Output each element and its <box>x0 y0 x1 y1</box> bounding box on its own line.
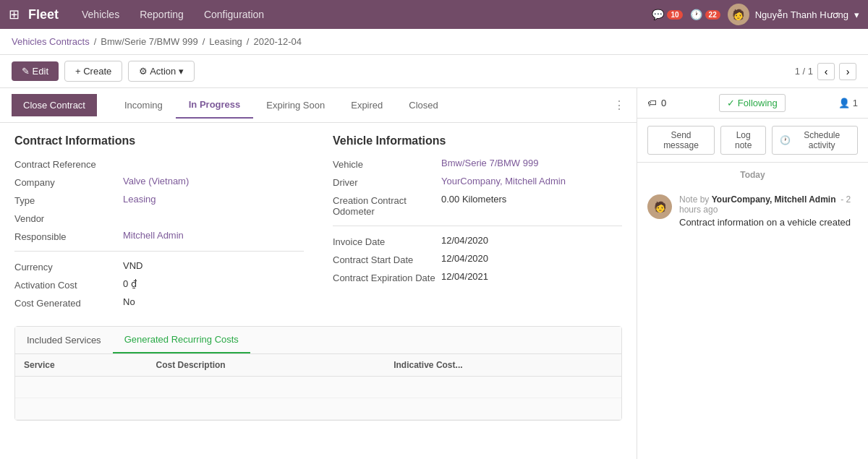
right-panel: 🏷 0 ✓ Following 👤 1 Send message Log not… <box>637 88 868 459</box>
invoice-date-value: 12/04/2020 <box>441 235 622 246</box>
schedule-icon: 🕐 <box>780 135 791 145</box>
tab-included-services[interactable]: Included Services <box>15 327 113 353</box>
type-value[interactable]: Leasing <box>123 194 304 205</box>
field-company: Company Valve (Vietnam) <box>14 176 304 188</box>
content-area: Close Contract Incoming In Progress Expi… <box>0 88 637 459</box>
edit-button[interactable]: ✎ Edit <box>12 61 59 81</box>
field-type: Type Leasing <box>14 194 304 206</box>
tab-incoming[interactable]: Incoming <box>111 93 176 118</box>
user-menu[interactable]: 🧑 Nguyễn Thanh Hương ▾ <box>728 4 859 25</box>
field-vehicle: Vehicle Bmw/Serie 7/BMW 999 <box>333 158 622 170</box>
grid-menu-icon[interactable]: ⊞ <box>9 7 20 22</box>
apps-icon: ⊞ <box>9 7 20 22</box>
vehicle-section-title: Vehicle Informations <box>333 134 622 147</box>
pager-next[interactable]: › <box>839 63 856 80</box>
col-indicative-cost: Indicative Cost... <box>385 354 621 377</box>
company-label: Company <box>14 176 123 188</box>
pager: 1 / 1 ‹ › <box>795 63 856 80</box>
responsible-value[interactable]: Mitchell Admin <box>123 230 304 241</box>
services-table: Service Cost Description Indicative Cost… <box>15 354 621 420</box>
message-content: Note by YourCompany, Mitchell Admin - 2 … <box>679 194 858 228</box>
contract-section-title: Contract Informations <box>14 134 304 147</box>
cost-generated-value: No <box>123 296 304 307</box>
toolbar: ✎ Edit + Create ⚙ Action ▾ 1 / 1 ‹ › <box>0 55 868 88</box>
driver-value[interactable]: YourCompany, Mitchell Admin <box>441 176 622 186</box>
currency-value: VND <box>123 260 304 271</box>
activity-notifications-button[interactable]: 🕐 22 <box>690 9 720 20</box>
user-name: Nguyễn Thanh Hương <box>755 9 848 20</box>
tab-in-progress[interactable]: In Progress <box>176 92 254 119</box>
tab-generated-recurring-costs[interactable]: Generated Recurring Costs <box>113 327 250 353</box>
field-driver: Driver YourCompany, Mitchell Admin <box>333 176 622 188</box>
close-contract-button[interactable]: Close Contract <box>12 94 97 116</box>
contract-reference-label: Contract Reference <box>14 158 123 170</box>
tab-expired[interactable]: Expired <box>338 93 396 118</box>
message-item: 🧑 Note by YourCompany, Mitchell Admin - … <box>637 187 868 235</box>
message-author: YourCompany, Mitchell Admin <box>712 194 836 205</box>
breadcrumb: Vehicles Contracts / Bmw/Serie 7/BMW 999… <box>0 29 868 55</box>
log-note-button[interactable]: Log note <box>720 126 766 155</box>
follower-number: 1 <box>853 98 858 108</box>
right-panel-top: 🏷 0 ✓ Following 👤 1 <box>637 88 868 119</box>
message-prefix: Note by <box>679 194 709 205</box>
breadcrumb-sep3: / <box>247 36 250 47</box>
vehicle-label: Vehicle <box>333 158 441 170</box>
tag-icon: 🏷 <box>647 98 657 108</box>
user-dropdown-icon: ▾ <box>854 9 859 20</box>
field-activation-cost: Activation Cost 0 ₫ <box>14 278 304 291</box>
following-button[interactable]: ✓ Following <box>719 94 786 112</box>
vehicle-info-section: Vehicle Informations Vehicle Bmw/Serie 7… <box>333 134 622 314</box>
driver-label: Driver <box>333 176 441 188</box>
breadcrumb-sep2: / <box>203 36 205 47</box>
field-start-date: Contract Start Date 12/04/2020 <box>333 253 622 265</box>
breadcrumb-vehicles-contracts[interactable]: Vehicles Contracts <box>12 36 90 47</box>
tabs-area: Included Services Generated Recurring Co… <box>14 326 622 421</box>
create-button[interactable]: + Create <box>64 61 122 82</box>
invoice-date-label: Invoice Date <box>333 235 441 247</box>
avatar: 🧑 <box>728 4 749 25</box>
message-avatar: 🧑 <box>647 194 672 219</box>
schedule-activity-button[interactable]: 🕐 Schedule activity <box>772 126 858 155</box>
tag-count: 0 <box>661 98 666 108</box>
vehicle-value[interactable]: Bmw/Serie 7/BMW 999 <box>441 158 622 168</box>
company-value[interactable]: Valve (Vietnam) <box>123 176 304 186</box>
field-invoice-date: Invoice Date 12/04/2020 <box>333 235 622 247</box>
pager-text: 1 / 1 <box>795 66 813 77</box>
activity-badge: 22 <box>705 10 720 20</box>
top-navigation: ⊞ Fleet Vehicles Reporting Configuration… <box>0 0 868 29</box>
breadcrumb-date: 2020-12-04 <box>253 36 302 47</box>
main-menu: Vehicles Reporting Configuration <box>73 3 652 26</box>
expiration-date-label: Contract Expiration Date <box>333 271 441 283</box>
follower-count: 👤 1 <box>838 98 858 108</box>
contract-info-section: Contract Informations Contract Reference… <box>14 134 304 314</box>
field-responsible: Responsible Mitchell Admin <box>14 230 304 242</box>
chat-notifications-button[interactable]: 💬 10 <box>652 9 682 20</box>
action-button[interactable]: ⚙ Action ▾ <box>128 61 195 82</box>
chatter-actions: Send message Log note 🕐 Schedule activit… <box>637 119 868 163</box>
follower-icon: 👤 <box>838 98 850 108</box>
start-date-label: Contract Start Date <box>333 253 441 265</box>
menu-configuration[interactable]: Configuration <box>195 3 273 26</box>
cost-generated-label: Cost Generated <box>14 296 123 309</box>
top-right-actions: 💬 10 🕐 22 🧑 Nguyễn Thanh Hương ▾ <box>652 4 859 25</box>
activation-cost-label: Activation Cost <box>14 278 123 291</box>
form-sections: Contract Informations Contract Reference… <box>14 134 622 314</box>
send-message-button[interactable]: Send message <box>647 126 715 155</box>
status-bar: Close Contract Incoming In Progress Expi… <box>0 88 637 123</box>
menu-vehicles[interactable]: Vehicles <box>73 3 128 26</box>
tabs-header: Included Services Generated Recurring Co… <box>15 327 621 354</box>
menu-reporting[interactable]: Reporting <box>131 3 192 26</box>
table-row-empty-2 <box>15 398 621 420</box>
pager-prev[interactable]: ‹ <box>817 63 835 80</box>
field-odometer: Creation Contract Odometer 0.00 Kilomete… <box>333 194 622 217</box>
responsible-label: Responsible <box>14 230 123 242</box>
tab-closed[interactable]: Closed <box>396 93 451 118</box>
col-service: Service <box>15 354 148 377</box>
start-date-value: 12/04/2020 <box>441 253 622 264</box>
col-cost-description: Cost Description <box>148 354 386 377</box>
status-tabs: Incoming In Progress Expiring Soon Expir… <box>111 92 451 119</box>
message-header: Note by YourCompany, Mitchell Admin - 2 … <box>679 194 858 215</box>
odometer-value: 0.00 Kilometers <box>441 194 622 205</box>
today-label: Today <box>637 163 868 187</box>
tab-expiring-soon[interactable]: Expiring Soon <box>253 93 338 118</box>
